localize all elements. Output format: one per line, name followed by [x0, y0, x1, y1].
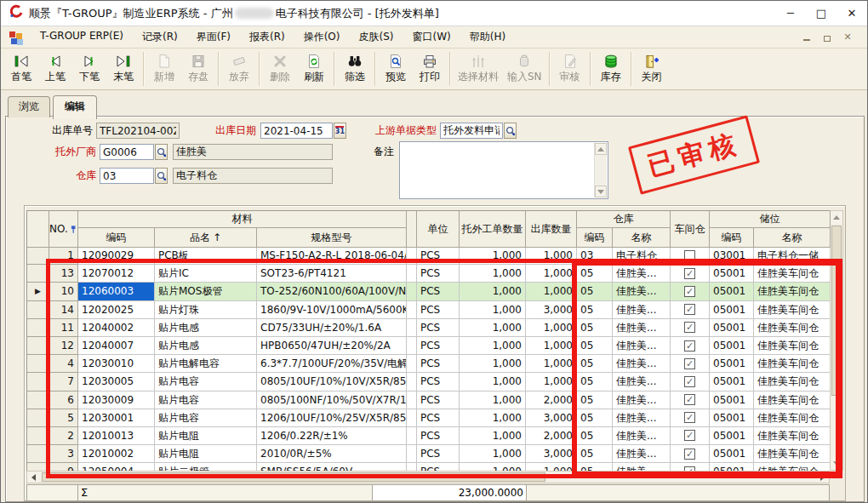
- no-cell[interactable]: 12: [49, 337, 78, 355]
- mdi-close-button[interactable]: ✕: [842, 31, 854, 43]
- spec-cell[interactable]: CD75/33UH/±20%/1.6A: [257, 319, 407, 337]
- order-qty-cell[interactable]: 1,000: [460, 319, 526, 337]
- location-name-cell[interactable]: 佳胜美车间仓: [754, 301, 830, 319]
- close-button[interactable]: ✕: [837, 1, 867, 26]
- table-row[interactable]: 212010013贴片电阻1206/0.22R/±1%PCS1,0002,000…: [27, 427, 830, 445]
- out-qty-cell[interactable]: 2,000: [526, 392, 577, 409]
- unit-cell[interactable]: PCS: [417, 265, 460, 283]
- code-cell[interactable]: 12040007: [78, 337, 155, 355]
- name-cell[interactable]: 贴片MOS极管: [155, 283, 257, 300]
- spec-cell[interactable]: 0805/10UF/10%/10V/X5R/85℃: [257, 373, 407, 391]
- unit-column-header[interactable]: 单位: [417, 211, 460, 248]
- checkbox-checked-icon[interactable]: ✓: [684, 449, 695, 460]
- vertical-scrollbar[interactable]: [830, 210, 843, 471]
- table-row[interactable]: 1312070012贴片ICSOT23-6/PT4121PCS1,0001,00…: [27, 265, 830, 283]
- table-row[interactable]: 412030010贴片电解电容6.3*7.7/100UF/20%/35V/电解/…: [27, 355, 830, 373]
- location-name-cell[interactable]: 佳胜美车间仓: [754, 463, 830, 471]
- spec-cell[interactable]: SOT23-6/PT4121: [257, 265, 407, 283]
- row-indicator-cell[interactable]: [27, 463, 49, 471]
- location-name-cell[interactable]: 佳胜美车间仓: [754, 445, 830, 463]
- checkbox-checked-icon[interactable]: ✓: [684, 430, 695, 441]
- order-qty-cell[interactable]: 1,000: [460, 265, 526, 283]
- table-row[interactable]: 312010002贴片电阻2010/0R/±5%PCS1,0003,00005佳…: [27, 445, 830, 463]
- name-cell[interactable]: 贴片电容: [155, 392, 257, 409]
- row-indicator-cell[interactable]: [27, 319, 49, 337]
- menu-item-7[interactable]: 帮助(H): [460, 27, 515, 47]
- audit-button[interactable]: 审核: [553, 50, 587, 88]
- menu-item-6[interactable]: 窗口(W): [403, 27, 460, 47]
- horizontal-scroll-thumb[interactable]: [42, 472, 545, 482]
- warehouse-code-input[interactable]: [100, 168, 154, 184]
- unit-cell[interactable]: PCS: [417, 373, 460, 391]
- warehouse-code-cell[interactable]: 05: [577, 319, 613, 337]
- spec-cell[interactable]: 1860/9V-10V/1000mA/5600K-6500K...: [257, 301, 407, 319]
- warehouse-lookup-icon[interactable]: [155, 168, 168, 184]
- out-qty-cell[interactable]: 1,000: [526, 355, 577, 373]
- no-column-header[interactable]: NO.: [49, 211, 78, 248]
- vendor-lookup-icon[interactable]: [155, 144, 168, 160]
- warehouse-code-cell[interactable]: 05: [577, 463, 613, 471]
- warehouse-name-cell[interactable]: 佳胜美...: [613, 427, 671, 445]
- out-qty-cell[interactable]: 1,000: [526, 283, 577, 300]
- delete-button[interactable]: 删除: [263, 50, 297, 88]
- out-qty-cell[interactable]: 3,000: [526, 301, 577, 319]
- checkbox-checked-icon[interactable]: ✓: [684, 286, 695, 297]
- location-code-cell[interactable]: 05001: [710, 319, 754, 337]
- name-cell[interactable]: PCB板: [155, 247, 257, 265]
- checkbox-checked-icon[interactable]: ✓: [684, 358, 695, 369]
- workshop-cell[interactable]: ✓: [671, 463, 710, 471]
- warehouse-code-cell[interactable]: 05: [577, 283, 613, 300]
- out-qty-cell[interactable]: 3,000: [526, 409, 577, 427]
- tab-browse[interactable]: 浏览: [8, 96, 50, 117]
- warehouse-code-cell[interactable]: 05: [577, 301, 613, 319]
- table-row[interactable]: 712030005贴片电容0805/10UF/10%/10V/X5R/85℃PC…: [27, 373, 830, 391]
- menu-item-3[interactable]: 报表(R): [240, 27, 294, 47]
- table-row[interactable]: ▶1012060003贴片MOS极管TO-252/60N100/60A/100V…: [27, 283, 830, 300]
- name-cell[interactable]: 贴片电感: [155, 319, 257, 337]
- warehouse-code-cell[interactable]: 05: [577, 427, 613, 445]
- table-row[interactable]: 912050004贴片二极管SMB/SS56/5A/60VPCS1,0001,0…: [27, 463, 830, 471]
- no-cell[interactable]: 7: [49, 373, 78, 391]
- inventory-button[interactable]: 库存: [594, 50, 628, 88]
- warehouse-code-cell[interactable]: 05: [577, 337, 613, 355]
- table-row[interactable]: 512030001贴片电容1206/10UF/10%/25V/X5R/85℃PC…: [27, 409, 830, 427]
- code-column-header[interactable]: 编码: [78, 228, 155, 248]
- no-cell[interactable]: 6: [49, 392, 78, 409]
- warehouse-code-cell[interactable]: 05: [577, 265, 613, 283]
- workshop-cell[interactable]: ✓: [671, 445, 710, 463]
- order-qty-cell[interactable]: 1,000: [460, 283, 526, 300]
- upstream-lookup-icon[interactable]: [504, 123, 517, 139]
- location-name-cell[interactable]: 电子料仓一储: [754, 247, 830, 265]
- unit-cell[interactable]: PCS: [417, 319, 460, 337]
- select-material-button[interactable]: 选择材料: [454, 50, 503, 88]
- unit-cell[interactable]: PCS: [417, 463, 460, 471]
- order-qty-cell[interactable]: 1,000: [460, 392, 526, 409]
- location-code-cell[interactable]: 05001: [710, 463, 754, 471]
- row-indicator-cell[interactable]: [27, 247, 49, 265]
- out-qty-cell[interactable]: 1,000: [526, 463, 577, 471]
- order-qty-cell[interactable]: 1,000: [460, 301, 526, 319]
- code-cell[interactable]: 12030005: [78, 373, 155, 391]
- out-qty-cell[interactable]: 1,000: [526, 319, 577, 337]
- location-code-cell[interactable]: 05001: [710, 265, 754, 283]
- workshop-cell[interactable]: ✓: [671, 265, 710, 283]
- location-code-column-header[interactable]: 编码: [710, 228, 754, 248]
- code-cell[interactable]: 12060003: [78, 283, 155, 300]
- checkbox-checked-icon[interactable]: ✓: [684, 412, 695, 423]
- no-cell[interactable]: 2: [49, 427, 78, 445]
- warehouse-name-cell[interactable]: 佳胜美...: [613, 463, 671, 471]
- order-qty-cell[interactable]: 1,000: [460, 337, 526, 355]
- location-code-cell[interactable]: 03001: [710, 247, 754, 265]
- unit-cell[interactable]: PCS: [417, 445, 460, 463]
- warehouse-code-cell[interactable]: 05: [577, 373, 613, 391]
- row-indicator-cell[interactable]: [27, 301, 49, 319]
- order-qty-cell[interactable]: 1,000: [460, 355, 526, 373]
- order-qty-cell[interactable]: 1,000: [460, 409, 526, 427]
- row-indicator-cell[interactable]: ▶: [27, 283, 49, 300]
- warehouse-name-cell[interactable]: 佳胜美...: [613, 283, 671, 300]
- menu-item-0[interactable]: T-GROUP ERP(E): [31, 27, 133, 47]
- out-qty-cell[interactable]: 3,000: [526, 445, 577, 463]
- unit-cell[interactable]: PCS: [417, 392, 460, 409]
- menu-item-4[interactable]: 操作(O): [294, 27, 350, 47]
- location-name-cell[interactable]: 佳胜美车间仓: [754, 319, 830, 337]
